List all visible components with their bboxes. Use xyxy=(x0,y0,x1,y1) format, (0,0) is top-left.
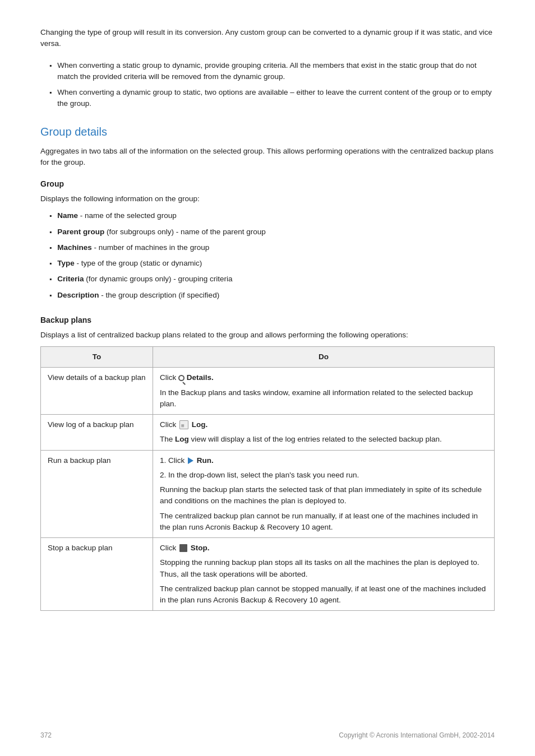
stop-bold: Stop. xyxy=(191,544,210,552)
stop-icon xyxy=(179,544,187,552)
group-info-list: Name - name of the selected group Parent… xyxy=(40,210,495,301)
group-info-type-label: Type xyxy=(57,259,75,267)
group-info-criteria-label: Criteria xyxy=(57,275,84,283)
group-info-description: Description - the group description (if … xyxy=(40,290,495,301)
group-info-description-label: Description xyxy=(57,291,99,299)
group-details-title: Group details xyxy=(40,123,495,140)
group-info-name-text: - name of the selected group xyxy=(78,211,177,220)
group-info-criteria: Criteria (for dynamic groups only) - gro… xyxy=(40,273,495,285)
intro-paragraph: Changing the type of group will result i… xyxy=(40,27,495,50)
stop-click-label: Click xyxy=(160,544,178,552)
run-step2: 2. In the drop-down list, select the pla… xyxy=(160,470,487,481)
copyright: Copyright © Acronis International GmbH, … xyxy=(339,730,495,740)
table-row-view-details: View details of a backup plan Click Deta… xyxy=(41,368,495,415)
run-icon xyxy=(188,457,193,464)
bullet-item-1-text: When converting a static group to dynami… xyxy=(57,60,495,83)
backup-plans-title: Backup plans xyxy=(40,314,495,326)
row-to-view-details: View details of a backup plan xyxy=(41,368,153,415)
run-bold: Run. xyxy=(197,456,214,465)
log-icon xyxy=(179,420,188,429)
click-label-1: Click xyxy=(160,373,178,382)
bullet-item-1: When converting a static group to dynami… xyxy=(40,60,495,83)
row-to-run: Run a backup plan xyxy=(41,450,153,538)
run-note2: The centralized backup plan cannot be ru… xyxy=(160,511,487,534)
page: Changing the type of group will result i… xyxy=(0,0,535,756)
operations-table: To Do View details of a backup plan Clic… xyxy=(40,346,495,611)
bullet-item-2: When converting a dynamic group to stati… xyxy=(40,87,495,110)
group-info-parentgroup: Parent group (for subgroups only) - name… xyxy=(40,226,495,238)
group-info-description-text: - the group description (if specified) xyxy=(99,291,220,299)
group-info-name-label: Name xyxy=(57,211,78,220)
details-bold: Details. xyxy=(187,373,214,382)
group-info-type: Type - type of the group (static or dyna… xyxy=(40,258,495,269)
table-row-view-log: View log of a backup plan Click Log. The… xyxy=(41,415,495,451)
run-step1-num: 1. Click xyxy=(160,456,187,465)
view-details-desc: In the Backup plans and tasks window, ex… xyxy=(160,387,487,410)
row-do-view-details: Click Details. In the Backup plans and t… xyxy=(153,368,495,415)
group-subsection-title: Group xyxy=(40,178,495,190)
group-info-parentgroup-label: Parent group xyxy=(57,228,104,236)
search-icon xyxy=(178,375,185,381)
group-info-machines: Machines - number of machines in the gro… xyxy=(40,242,495,253)
group-info-machines-label: Machines xyxy=(57,243,92,252)
view-log-desc: The Log view will display a list of the … xyxy=(160,434,487,445)
run-note1: Running the backup plan starts the selec… xyxy=(160,484,487,507)
col-do: Do xyxy=(153,347,495,368)
bullet-item-2-text: When converting a dynamic group to stati… xyxy=(57,87,495,110)
table-row-stop: Stop a backup plan Click Stop. Stopping … xyxy=(41,538,495,611)
group-info-type-text: - type of the group (static or dynamic) xyxy=(75,259,202,267)
row-do-run: 1. Click Run. 2. In the drop-down list, … xyxy=(153,450,495,538)
col-to: To xyxy=(41,347,153,368)
group-info-name: Name - name of the selected group xyxy=(40,210,495,221)
group-details-description: Aggregates in two tabs all of the inform… xyxy=(40,146,495,169)
footer: 372 Copyright © Acronis International Gm… xyxy=(40,730,495,740)
stop-note1: Stopping the running backup plan stops a… xyxy=(160,557,487,580)
row-do-view-log: Click Log. The Log view will display a l… xyxy=(153,415,495,451)
row-to-view-log: View log of a backup plan xyxy=(41,415,153,451)
group-subsection-description: Displays the following information on th… xyxy=(40,193,495,205)
group-info-machines-text: - number of machines in the group xyxy=(92,243,209,252)
group-info-criteria-text: (for dynamic groups only) - grouping cri… xyxy=(84,275,233,283)
group-info-parentgroup-text: (for subgroups only) - name of the paren… xyxy=(104,228,265,236)
click-label-2: Click xyxy=(160,420,178,429)
row-do-stop: Click Stop. Stopping the running backup … xyxy=(153,538,495,611)
backup-plans-description: Displays a list of centralized backup pl… xyxy=(40,330,495,341)
log-bold: Log. xyxy=(192,420,208,429)
page-number: 372 xyxy=(40,730,52,740)
row-to-stop: Stop a backup plan xyxy=(41,538,153,611)
conversion-bullet-list: When converting a static group to dynami… xyxy=(40,60,495,110)
table-row-run: Run a backup plan 1. Click Run. 2. In th… xyxy=(41,450,495,538)
stop-note2: The centralized backup plan cannot be st… xyxy=(160,583,487,606)
